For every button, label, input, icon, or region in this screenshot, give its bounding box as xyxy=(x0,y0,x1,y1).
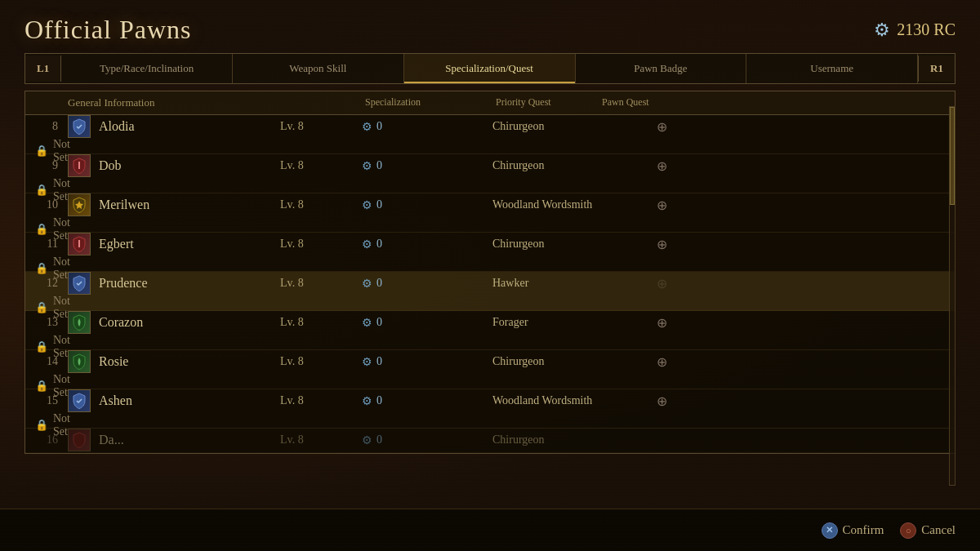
pawn-rc: ⚙ 0 xyxy=(362,355,492,369)
specialization: Forager xyxy=(492,316,599,329)
col-priority-quest: Priority Quest xyxy=(492,96,599,109)
cancel-icon: ○ xyxy=(900,522,916,539)
priority-quest: ⊕ xyxy=(599,237,725,252)
pawn-badge-icon xyxy=(68,233,91,256)
rc-value: 0 xyxy=(376,198,382,211)
header: Official Pawns ⚙ 2130 RC xyxy=(0,0,980,53)
tab-type[interactable]: Type/Race/Inclination xyxy=(61,54,233,83)
pawn-info: Corazon xyxy=(68,311,280,334)
pawn-badge-icon xyxy=(68,429,91,451)
pawn-name: Da... xyxy=(99,433,124,447)
row-number: 16 xyxy=(35,433,68,447)
rc-icon: ⚙ xyxy=(362,159,372,173)
priority-quest: ⊕ xyxy=(599,158,725,174)
scrollbar-thumb[interactable] xyxy=(950,107,955,205)
quest-icon: 🔒 xyxy=(35,380,48,393)
table-row[interactable]: 12 Prudence Lv. 8 ⚙ 0 Hawker ⊕ 🔒 xyxy=(25,272,955,311)
table-row[interactable]: 10 Merilwen Lv. 8 ⚙ 0 Woodland Wordsmith… xyxy=(25,193,955,233)
crosshair-icon: ⊕ xyxy=(657,277,667,291)
pawn-rc: ⚙ 0 xyxy=(362,120,492,134)
pawn-name: Ashen xyxy=(99,393,132,408)
specialization: Hawker xyxy=(492,277,599,290)
row-number: 10 xyxy=(35,198,68,211)
pawn-name: Egbert xyxy=(99,237,134,251)
rc-value: 0 xyxy=(376,277,382,290)
crosshair-icon: ⊕ xyxy=(657,238,667,251)
pawn-info: Rosie xyxy=(68,350,280,373)
table-row[interactable]: 9 Dob Lv. 8 ⚙ 0 Chirurgeon ⊕ 🔒 xyxy=(25,154,955,193)
pawn-level: Lv. 8 xyxy=(280,159,362,172)
table-row[interactable]: 13 Corazon Lv. 8 ⚙ 0 Forager ⊕ 🔒 xyxy=(25,311,955,350)
table-row[interactable]: 15 Ashen Lv. 8 ⚙ 0 Woodland Wordsmith ⊕ xyxy=(25,389,955,429)
rc-value: 0 xyxy=(376,394,382,407)
pawn-level: Lv. 8 xyxy=(280,277,362,290)
scrollbar[interactable] xyxy=(949,106,956,486)
confirm-icon: ✕ xyxy=(822,522,838,539)
specialization: Woodland Wordsmith xyxy=(492,198,599,211)
confirm-label: Confirm xyxy=(843,523,884,537)
crosshair-icon: ⊕ xyxy=(657,120,667,134)
specialization: Woodland Wordsmith xyxy=(492,394,599,407)
rc-icon: ⚙ xyxy=(362,316,372,330)
confirm-action[interactable]: ✕ Confirm xyxy=(822,522,884,539)
priority-quest: ⊕ xyxy=(599,393,725,409)
tab-nav-right[interactable]: R1 xyxy=(918,56,955,82)
row-number: 15 xyxy=(35,394,68,407)
table-body: 8 Alodia Lv. 8 ⚙ 0 Chirurgeon ⊕ 🔒 xyxy=(25,115,955,453)
tab-badge[interactable]: Pawn Badge xyxy=(576,54,747,83)
table-row[interactable]: 8 Alodia Lv. 8 ⚙ 0 Chirurgeon ⊕ 🔒 xyxy=(25,115,955,154)
table-row[interactable]: 14 Rosie Lv. 8 ⚙ 0 Chirurgeon ⊕ 🔒 xyxy=(25,350,955,389)
table-row[interactable]: 16 Da... Lv. 8 ⚙ 0 Chirurgeon Not Set xyxy=(25,429,955,453)
pawn-badge-icon xyxy=(68,115,91,138)
pawn-badge-icon xyxy=(68,154,91,177)
table-row[interactable]: 11 Egbert Lv. 8 ⚙ 0 Chirurgeon ⊕ 🔒 xyxy=(25,233,955,272)
crosshair-icon: ⊕ xyxy=(657,355,667,369)
pawn-badge-icon xyxy=(68,193,91,216)
pawn-level: Lv. 8 xyxy=(280,238,362,251)
pawn-rc: ⚙ 0 xyxy=(362,238,492,251)
pawn-rc: ⚙ 0 xyxy=(362,433,492,447)
priority-quest: ⊕ xyxy=(599,354,725,370)
rc-icon: ⚙ xyxy=(362,355,372,369)
tab-nav-left[interactable]: L1 xyxy=(25,56,61,82)
priority-quest: ⊕ xyxy=(599,119,725,135)
pawn-info: Dob xyxy=(68,154,280,177)
rc-icon: ⚙ xyxy=(362,120,372,134)
tab-username[interactable]: Username xyxy=(746,54,918,83)
pawn-rc: ⚙ 0 xyxy=(362,277,492,291)
crosshair-icon: ⊕ xyxy=(657,316,667,330)
pawn-badge-icon xyxy=(68,389,91,412)
priority-quest: ⊕ xyxy=(599,198,725,213)
specialization: Chirurgeon xyxy=(492,159,599,172)
rc-icon: ⚙ xyxy=(362,433,372,447)
cancel-label: Cancel xyxy=(921,523,956,537)
tab-weapon[interactable]: Weapon Skill xyxy=(233,54,404,83)
pawn-name: Corazon xyxy=(99,315,143,330)
pawn-level: Lv. 8 xyxy=(280,120,362,133)
priority-quest: ⊕ xyxy=(599,276,725,291)
section-header-row: General Information Specialization Prior… xyxy=(25,91,955,115)
row-number: 11 xyxy=(35,238,68,251)
pawn-level: Lv. 8 xyxy=(280,316,362,329)
pawn-level: Lv. 8 xyxy=(280,198,362,211)
cancel-action[interactable]: ○ Cancel xyxy=(900,522,956,539)
pawn-level: Lv. 8 xyxy=(280,355,362,368)
main-table: General Information Specialization Prior… xyxy=(24,91,956,454)
row-number: 12 xyxy=(35,277,68,290)
crosshair-icon: ⊕ xyxy=(657,198,667,212)
quest-icon: 🔒 xyxy=(35,223,48,236)
rc-value: 0 xyxy=(376,159,382,172)
rc-value: 0 xyxy=(376,120,382,133)
specialization: Chirurgeon xyxy=(492,433,599,447)
crosshair-icon: ⊕ xyxy=(657,159,667,173)
pawn-badge-icon xyxy=(68,272,91,295)
rc-value: 0 xyxy=(376,316,382,329)
rc-value: 0 xyxy=(376,238,382,251)
pawn-name: Alodia xyxy=(99,119,135,134)
quest-label: Not Set xyxy=(35,451,68,453)
pawn-rc: ⚙ 0 xyxy=(362,316,492,330)
section-label: General Information xyxy=(68,96,280,109)
quest-icon: 🔒 xyxy=(35,144,48,158)
row-number: 13 xyxy=(35,316,68,329)
tab-spec[interactable]: Specialization/Quest xyxy=(404,54,576,83)
